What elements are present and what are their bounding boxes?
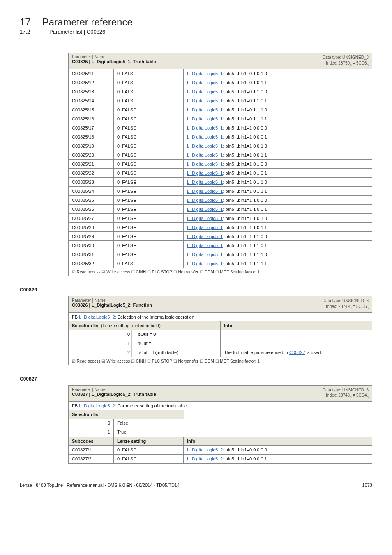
logic-link[interactable]: L_DigitalLogic5_1 bbox=[187, 134, 223, 139]
logic-link[interactable]: L_DigitalLogic5_1 bbox=[187, 207, 223, 212]
param-value: 0: FALSE bbox=[114, 187, 184, 196]
table-row: C00825/290: FALSEL_DigitalLogic5_1: bIn5… bbox=[69, 232, 372, 241]
logic-link[interactable]: L_DigitalLogic5_1 bbox=[187, 89, 223, 94]
logic-link[interactable]: L_DigitalLogic5_1 bbox=[187, 225, 223, 230]
param-code: C00825/27 bbox=[69, 214, 114, 223]
logic-link[interactable]: L_DigitalLogic5_1 bbox=[187, 252, 223, 257]
page-number: 1073 bbox=[362, 483, 372, 488]
param-title: C00826 | L_DigitalLogic5_2: Function bbox=[72, 303, 152, 308]
param-description: L_DigitalLogic5_1: bIn5...bIn1=1 1 1 0 1 bbox=[184, 241, 372, 250]
table-row: 1bOut = 1 bbox=[69, 339, 372, 348]
table-c00826: Parameter | Name: C00826 | L_DigitalLogi… bbox=[68, 296, 372, 365]
logic-link[interactable]: L_DigitalLogic5_1 bbox=[187, 234, 223, 239]
page-header: 17 Parameter reference 17.2 Parameter li… bbox=[20, 16, 372, 35]
logic-link[interactable]: L_DigitalLogic5_1 bbox=[187, 216, 223, 221]
logic-link[interactable]: L_DigitalLogic5_1 bbox=[187, 243, 223, 248]
table-c00825: Parameter | Name: C00825 | L_DigitalLogi… bbox=[68, 53, 372, 276]
param-value: 0: FALSE bbox=[114, 178, 184, 187]
table-c00827: Parameter | Name: C00827 | L_DigitalLogi… bbox=[68, 385, 372, 464]
param-description: L_DigitalLogic5_1: bIn5...bIn1=1 0 0 0 0 bbox=[184, 123, 372, 132]
info-header: Info bbox=[221, 321, 372, 330]
table-row: C00825/210: FALSEL_DigitalLogic5_1: bIn5… bbox=[69, 160, 372, 169]
table-row: C00825/150: FALSEL_DigitalLogic5_1: bIn5… bbox=[69, 105, 372, 114]
fb-link[interactable]: L_DigitalLogic5_2 bbox=[79, 314, 115, 319]
param-code: C00825/20 bbox=[69, 150, 114, 160]
logic-link[interactable]: L_DigitalLogic5_1 bbox=[187, 125, 223, 130]
section-c00826-label: C00826 bbox=[20, 287, 372, 293]
logic-link[interactable]: L_DigitalLogic5_1 bbox=[187, 116, 223, 121]
param-value: 0: FALSE bbox=[114, 445, 184, 454]
param-description: L_DigitalLogic5_2: bIn5...bIn1=0 0 0 0 0 bbox=[184, 445, 372, 454]
param-description: L_DigitalLogic5_1: bIn5...bIn1=0 1 1 1 1 bbox=[184, 114, 372, 123]
table-row: C00825/190: FALSEL_DigitalLogic5_1: bIn5… bbox=[69, 141, 372, 150]
param-value: 0: FALSE bbox=[114, 160, 184, 169]
table-row: C00825/270: FALSEL_DigitalLogic5_1: bIn5… bbox=[69, 214, 372, 223]
logic-link[interactable]: L_DigitalLogic5_1 bbox=[187, 98, 223, 103]
option-text: bOut = 1 bbox=[138, 341, 155, 346]
param-value: 0: FALSE bbox=[114, 78, 184, 87]
param-description: L_DigitalLogic5_1: bIn5...bIn1=1 1 0 1 0 bbox=[184, 214, 372, 223]
param-description: L_DigitalLogic5_1: bIn5...bIn1=1 1 1 0 0 bbox=[184, 232, 372, 241]
index-value: Index: 23748d = 5CC4h bbox=[323, 393, 369, 400]
logic-link[interactable]: L_DigitalLogic5_1 bbox=[187, 107, 223, 112]
param-value: 0: FALSE bbox=[114, 105, 184, 114]
table-row: C00825/180: FALSEL_DigitalLogic5_1: bIn5… bbox=[69, 132, 372, 141]
fb-link[interactable]: L_DigitalLogic5_2 bbox=[79, 403, 115, 408]
option-info bbox=[221, 330, 372, 339]
param-code: C00825/12 bbox=[69, 78, 114, 87]
info-link[interactable]: C00827 bbox=[289, 350, 305, 355]
section-number: 17.2 bbox=[20, 29, 38, 35]
table-row: 2bOut = f (truth table)The truth table p… bbox=[69, 348, 372, 357]
chapter-number: 17 bbox=[20, 16, 31, 28]
param-value: 0: FALSE bbox=[114, 123, 184, 132]
param-code: C00825/21 bbox=[69, 160, 114, 169]
param-description: L_DigitalLogic5_1: bIn5...bIn1=1 1 0 1 1 bbox=[184, 223, 372, 232]
logic-link[interactable]: L_DigitalLogic5_1 bbox=[187, 189, 223, 194]
logic-link[interactable]: L_DigitalLogic5_1 bbox=[187, 71, 223, 76]
param-code: C00825/17 bbox=[69, 123, 114, 132]
logic-link[interactable]: L_DigitalLogic5_1 bbox=[187, 180, 223, 185]
param-code: C00825/28 bbox=[69, 223, 114, 232]
table-row: C00825/320: FALSEL_DigitalLogic5_1: bIn5… bbox=[69, 259, 372, 268]
table-row: C00825/250: FALSEL_DigitalLogic5_1: bIn5… bbox=[69, 196, 372, 205]
param-code: C00825/15 bbox=[69, 105, 114, 114]
param-description: L_DigitalLogic5_1: bIn5...bIn1=1 0 1 1 0 bbox=[184, 178, 372, 187]
logic-link[interactable]: L_DigitalLogic5_1 bbox=[187, 171, 223, 176]
logic-link[interactable]: L_DigitalLogic5_1 bbox=[187, 261, 223, 266]
table-row: C00825/170: FALSEL_DigitalLogic5_1: bIn5… bbox=[69, 123, 372, 132]
param-code: C00827/2 bbox=[69, 454, 114, 463]
param-description: L_DigitalLogic5_1: bIn5...bIn1=1 0 0 1 1 bbox=[184, 150, 372, 160]
logic-link[interactable]: L_DigitalLogic5_1 bbox=[187, 143, 223, 148]
param-description: L_DigitalLogic5_1: bIn5...bIn1=1 1 1 1 1 bbox=[184, 259, 372, 268]
table-row: 0bOut = 0 bbox=[69, 330, 372, 339]
param-code: C00825/13 bbox=[69, 87, 114, 96]
param-code: C00825/18 bbox=[69, 132, 114, 141]
param-code: C00825/32 bbox=[69, 259, 114, 268]
fb-description: FB L_DigitalLogic5_2: Selection of the i… bbox=[69, 312, 372, 321]
selection-list-header: Selection list bbox=[69, 410, 184, 419]
table-row: C00825/310: FALSEL_DigitalLogic5_1: bIn5… bbox=[69, 250, 372, 259]
param-description: L_DigitalLogic5_1: bIn5...bIn1=1 1 1 1 0 bbox=[184, 250, 372, 259]
logic-link[interactable]: L_DigitalLogic5_2 bbox=[187, 456, 223, 461]
logic-link[interactable]: L_DigitalLogic5_1 bbox=[187, 162, 223, 166]
table-row: C00825/140: FALSEL_DigitalLogic5_1: bIn5… bbox=[69, 96, 372, 105]
param-value: 0: FALSE bbox=[114, 141, 184, 150]
param-code: C00825/11 bbox=[69, 69, 114, 78]
param-name-label: Parameter | Name: bbox=[72, 298, 152, 303]
data-type: Data type: UNSIGNED_8 bbox=[323, 298, 369, 304]
param-description: L_DigitalLogic5_1: bIn5...bIn1=1 1 0 0 1 bbox=[184, 205, 372, 214]
logic-link[interactable]: L_DigitalLogic5_2 bbox=[187, 447, 223, 452]
param-title: C00827 | L_DigitalLogic5_2: Truth table bbox=[72, 392, 156, 397]
logic-link[interactable]: L_DigitalLogic5_1 bbox=[187, 153, 223, 157]
logic-link[interactable]: L_DigitalLogic5_1 bbox=[187, 80, 223, 85]
param-description: L_DigitalLogic5_1: bIn5...bIn1=0 1 0 1 1 bbox=[184, 78, 372, 87]
param-code: C00825/31 bbox=[69, 250, 114, 259]
footer-text: Lenze · 8400 TopLine · Reference manual … bbox=[20, 483, 180, 488]
param-code: C00825/16 bbox=[69, 114, 114, 123]
table-row: C00825/200: FALSEL_DigitalLogic5_1: bIn5… bbox=[69, 150, 372, 160]
param-value: 0: FALSE bbox=[114, 259, 184, 268]
logic-link[interactable]: L_DigitalLogic5_1 bbox=[187, 198, 223, 203]
table-row: C00825/130: FALSEL_DigitalLogic5_1: bIn5… bbox=[69, 87, 372, 96]
table-row: C00825/120: FALSEL_DigitalLogic5_1: bIn5… bbox=[69, 78, 372, 87]
param-code: C00827/1 bbox=[69, 445, 114, 454]
